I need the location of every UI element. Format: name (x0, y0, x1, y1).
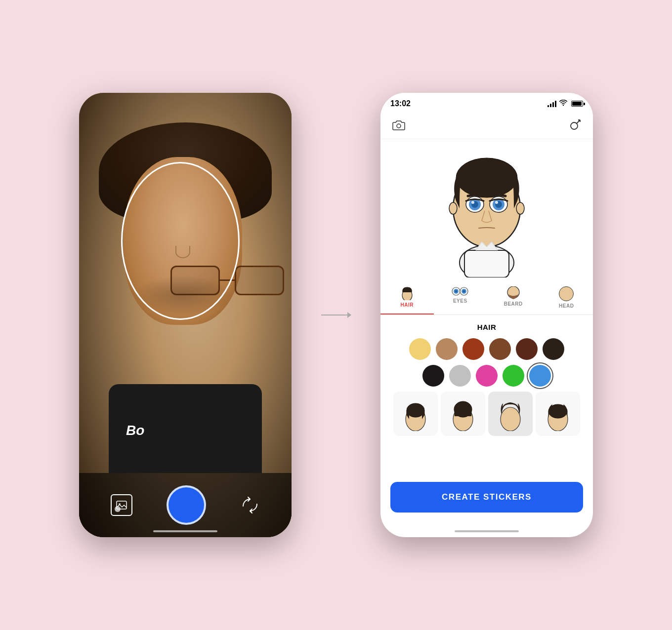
hair-color-gray[interactable] (449, 365, 471, 387)
svg-line-4 (577, 120, 580, 123)
hair-style-1[interactable] (393, 392, 438, 436)
hair-style-2-icon (446, 396, 480, 431)
tab-beard[interactable]: BEARD (487, 282, 540, 315)
battery-fill (572, 102, 582, 106)
hair-style-4-icon (541, 396, 575, 431)
hair-color-brown[interactable] (489, 338, 511, 360)
wifi-icon (559, 100, 567, 108)
signal-bar-4 (555, 101, 556, 107)
beard-tab-icon (506, 286, 521, 299)
tab-head[interactable]: HEAD (540, 282, 593, 315)
svg-point-3 (571, 122, 578, 129)
svg-point-11 (456, 158, 517, 197)
left-phone: Bo (79, 93, 292, 537)
hair-color-pink[interactable] (476, 365, 498, 387)
tab-eyes[interactable]: EYES (434, 282, 487, 315)
svg-point-20 (449, 202, 457, 214)
tab-eyes-label: EYES (453, 298, 467, 304)
status-time: 13:02 (390, 99, 411, 108)
svg-point-25 (455, 290, 458, 293)
status-icons (547, 100, 583, 108)
signal-bars-icon (547, 100, 556, 107)
hair-color-near-black[interactable] (543, 338, 564, 360)
capture-button[interactable] (167, 485, 206, 525)
gender-icon[interactable] (570, 119, 581, 135)
home-indicator-right (455, 530, 519, 532)
tab-beard-label: BEARD (504, 301, 523, 307)
create-stickers-button[interactable]: CREATE STICKERS (390, 482, 583, 512)
hair-tab-icon (400, 286, 415, 300)
head-tab-icon (559, 286, 574, 301)
hair-color-row-1 (390, 338, 583, 360)
avatar-area (380, 139, 593, 282)
hair-section-title: HAIR (390, 323, 583, 331)
hair-style-1-icon (398, 396, 433, 431)
right-toolbar (380, 115, 593, 139)
hair-styles-row (390, 392, 583, 436)
hair-color-dark-brown[interactable] (516, 338, 538, 360)
signal-bar-2 (550, 104, 551, 107)
tab-hair-label: HAIR (401, 302, 414, 308)
arrow-container (321, 315, 351, 315)
right-phone: 13:02 (380, 93, 593, 537)
feature-tabs: HAIR EYES BEARD (380, 282, 593, 315)
hair-color-black[interactable] (422, 365, 444, 387)
svg-rect-8 (464, 250, 509, 277)
create-stickers-label: CREATE STICKERS (442, 492, 532, 502)
hair-style-4[interactable] (536, 392, 580, 436)
left-phone-bottom-bar (79, 473, 292, 537)
avatar-illustration (437, 144, 536, 277)
svg-point-2 (397, 124, 401, 128)
hair-color-blue[interactable] (529, 365, 551, 387)
direction-arrow (321, 315, 351, 315)
glasses-right-frame (235, 266, 284, 295)
svg-point-19 (495, 201, 498, 204)
main-container: Bo (0, 73, 672, 557)
home-indicator-left (153, 530, 217, 532)
signal-bar-1 (547, 105, 549, 107)
hair-color-blonde[interactable] (409, 338, 431, 360)
tab-head-label: HEAD (559, 303, 574, 309)
face-detection-oval (121, 162, 240, 320)
hair-style-2[interactable] (441, 392, 485, 436)
hair-color-green[interactable] (503, 365, 524, 387)
svg-point-18 (471, 201, 474, 204)
battery-icon (571, 101, 583, 107)
status-bar: 13:02 (380, 93, 593, 115)
camera-background: Bo (79, 93, 292, 537)
signal-bar-3 (552, 102, 554, 107)
eyes-tab-icon (452, 286, 468, 296)
hair-color-light-brown[interactable] (436, 338, 458, 360)
hair-color-auburn[interactable] (462, 338, 484, 360)
tab-hair[interactable]: HAIR (380, 282, 434, 315)
svg-point-21 (516, 202, 524, 214)
camera-icon[interactable] (392, 120, 405, 134)
gallery-icon[interactable] (111, 494, 132, 516)
hair-color-row-2 (390, 365, 583, 387)
shirt-text: Bo (126, 423, 144, 438)
hair-section: HAIR (380, 315, 593, 444)
svg-rect-0 (117, 501, 126, 509)
hair-style-3[interactable] (488, 392, 533, 436)
svg-point-34 (501, 407, 520, 431)
svg-point-28 (463, 290, 465, 293)
flip-camera-icon[interactable] (240, 495, 260, 515)
hair-style-3-icon (493, 396, 528, 431)
